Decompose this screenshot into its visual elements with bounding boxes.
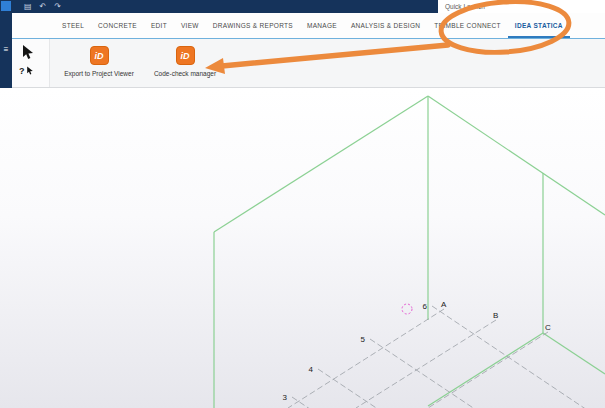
- application-window: ▤ ↶ ↷ Quick Launch ≡ STEEL CONCRETE EDIT…: [0, 0, 605, 408]
- tab-drawings-reports[interactable]: DRAWINGS & REPORTS: [206, 13, 300, 38]
- save-icon[interactable]: ▤: [24, 0, 32, 13]
- quick-launch-text: Quick Launch: [438, 0, 605, 13]
- tab-view[interactable]: VIEW: [174, 13, 206, 38]
- help-question-label: ?: [19, 66, 25, 76]
- grid-lines: [288, 306, 605, 408]
- button-label: Code-check manager: [154, 70, 216, 77]
- grid-label-4: 4: [309, 365, 314, 374]
- idea-statica-button-group: iD Export to Project Viewer iD Code-chec…: [56, 39, 228, 87]
- tab-edit[interactable]: EDIT: [144, 13, 174, 38]
- idea-statica-logo-icon: iD: [90, 46, 109, 65]
- ribbon-toolbar: ? iD Export to Project Viewer iD Code-ch…: [12, 39, 605, 88]
- grid-label-c: C: [545, 323, 551, 332]
- left-nav-strip: ≡: [0, 0, 12, 88]
- tab-manage[interactable]: MANAGE: [300, 13, 344, 38]
- grid-label-5: 5: [361, 335, 366, 344]
- cursor-tool-panel: ?: [12, 39, 50, 87]
- model-wireframe-svg: 6 5 4 3 A B C: [0, 88, 605, 408]
- export-to-project-viewer-button[interactable]: iD Export to Project Viewer: [56, 39, 142, 87]
- code-check-manager-button[interactable]: iD Code-check manager: [142, 39, 228, 87]
- grid-label-b: B: [493, 311, 498, 320]
- idea-statica-logo-icon: iD: [176, 46, 195, 65]
- undo-icon[interactable]: ↶: [40, 0, 47, 13]
- selection-marker: [402, 304, 412, 314]
- app-logo[interactable]: [1, 1, 11, 11]
- button-label: Export to Project Viewer: [64, 70, 134, 77]
- menu-icon[interactable]: ≡: [0, 45, 12, 55]
- grid-label-6: 6: [423, 302, 428, 311]
- select-cursor-icon[interactable]: [21, 44, 35, 60]
- redo-icon[interactable]: ↷: [54, 0, 61, 13]
- tab-trimble-connect[interactable]: TRIMBLE CONNECT: [427, 13, 508, 38]
- quick-access-toolbar: ▤ ↶ ↷: [24, 0, 61, 13]
- tab-analysis-design[interactable]: ANALYSIS & DESIGN: [344, 13, 427, 38]
- tab-concrete[interactable]: CONCRETE: [91, 13, 144, 38]
- grid-label-a: A: [441, 300, 447, 309]
- grid-label-3: 3: [283, 393, 288, 402]
- model-wireframe: [214, 96, 605, 408]
- quick-launch-box[interactable]: Quick Launch: [438, 0, 605, 13]
- ribbon-tab-bar: STEEL CONCRETE EDIT VIEW DRAWINGS & REPO…: [12, 13, 605, 39]
- tab-steel[interactable]: STEEL: [55, 13, 91, 38]
- grid-labels: 6 5 4 3 A B C: [283, 300, 551, 402]
- help-cursor-icon[interactable]: ?: [19, 66, 34, 76]
- model-viewport[interactable]: 6 5 4 3 A B C: [0, 88, 605, 408]
- title-bar: ▤ ↶ ↷ Quick Launch: [0, 0, 605, 13]
- mini-cursor-icon: [26, 66, 34, 75]
- tab-idea-statica[interactable]: IDEA STATICA: [508, 13, 570, 38]
